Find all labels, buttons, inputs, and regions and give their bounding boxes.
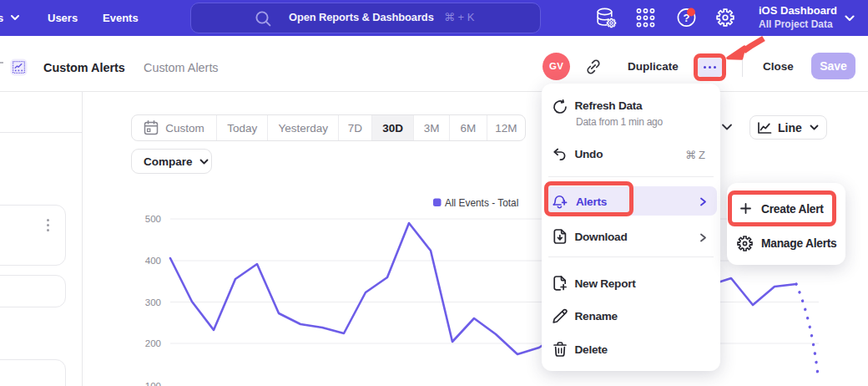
svg-text:100: 100	[145, 381, 161, 386]
svg-text:200: 200	[145, 338, 161, 348]
svg-text:300: 300	[145, 297, 161, 307]
svg-text:All Events - Total: All Events - Total	[445, 197, 518, 209]
svg-text:400: 400	[145, 256, 161, 266]
svg-text:500: 500	[145, 214, 161, 224]
